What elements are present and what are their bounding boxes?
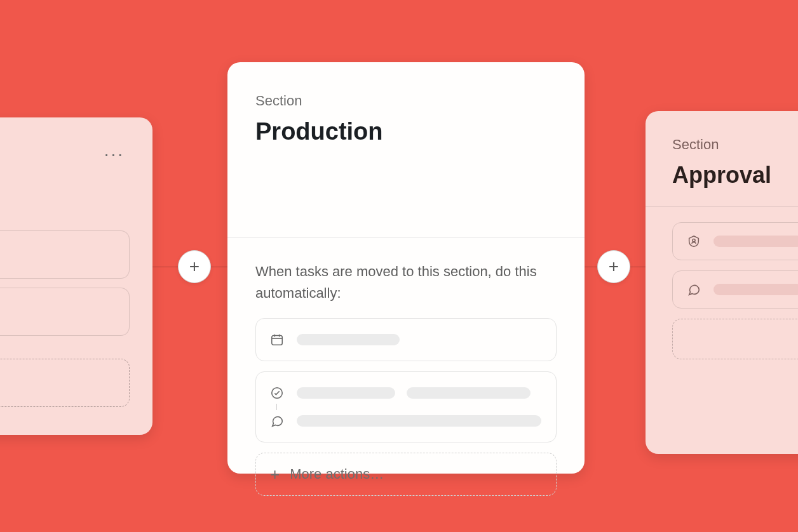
rule-content-placeholder xyxy=(713,236,798,247)
ellipsis-icon[interactable]: ··· xyxy=(104,144,125,164)
automation-rule[interactable] xyxy=(672,270,798,309)
section-card-approval: Section Approval xyxy=(646,111,798,454)
plus-icon: + xyxy=(189,256,200,277)
plus-icon: + xyxy=(609,256,619,277)
plus-icon: + xyxy=(270,466,280,482)
svg-point-2 xyxy=(693,239,695,242)
assignee-icon xyxy=(686,233,702,249)
step-connector xyxy=(276,404,277,410)
rule-placeholder[interactable] xyxy=(0,230,130,279)
divider xyxy=(646,206,798,207)
add-section-button[interactable]: + xyxy=(597,250,630,283)
more-actions-label: More actions… xyxy=(290,466,384,482)
calendar-icon xyxy=(269,331,285,348)
automation-prompt: When tasks are moved to this section, do… xyxy=(255,261,557,304)
rule-content-placeholder xyxy=(713,284,798,295)
svg-rect-0 xyxy=(272,336,283,345)
divider xyxy=(227,237,585,238)
more-actions-button[interactable]: + More actions… xyxy=(255,453,557,496)
section-label: Section xyxy=(255,93,557,109)
rule-placeholder[interactable] xyxy=(0,288,130,336)
comment-icon xyxy=(686,281,702,298)
section-title: Approval xyxy=(672,162,798,189)
add-section-button[interactable]: + xyxy=(178,250,211,283)
automation-rule[interactable] xyxy=(255,318,557,361)
section-title: Production xyxy=(255,118,557,145)
section-card-production: Section Production When tasks are moved … xyxy=(227,62,585,474)
check-circle-icon xyxy=(269,385,285,401)
add-rule-placeholder[interactable] xyxy=(672,319,798,359)
rule-content-placeholder xyxy=(297,415,541,427)
rule-content-placeholder xyxy=(297,387,395,399)
automation-rule[interactable] xyxy=(672,222,798,260)
add-rule-placeholder[interactable] xyxy=(0,359,130,407)
automation-rule[interactable] xyxy=(255,371,557,442)
section-label: Section xyxy=(672,136,798,153)
section-card-previous: ··· xyxy=(0,117,152,435)
rule-content-placeholder xyxy=(297,334,400,345)
comment-icon xyxy=(269,413,285,429)
rule-content-placeholder xyxy=(407,387,531,399)
